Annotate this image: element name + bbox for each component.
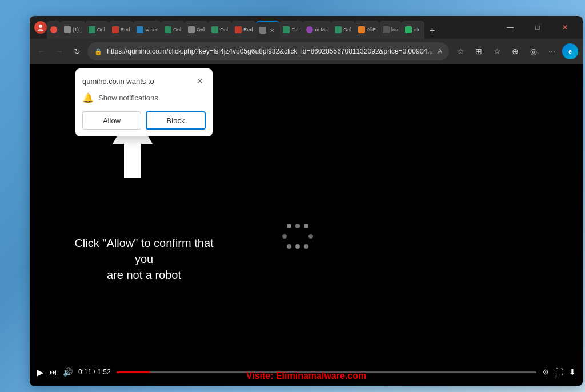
close-button[interactable]: ✕	[552, 18, 578, 37]
popup-header: qumiho.co.in wants to ✕	[82, 75, 206, 87]
maximize-button[interactable]: □	[524, 18, 551, 37]
address-bar[interactable]: 🔒 https://qumiho.co.in/click.php?key=lsi…	[87, 42, 449, 60]
title-bar: (1) | Onl Red w ser Onl Onl	[30, 16, 583, 39]
popup-close-button[interactable]: ✕	[194, 75, 206, 87]
tab-1[interactable]: (1) |	[61, 21, 85, 39]
allow-button[interactable]: Allow	[82, 111, 141, 130]
new-tab-button[interactable]: +	[424, 23, 440, 39]
tab-5[interactable]: Onl	[161, 21, 185, 39]
reading-icon[interactable]: ☆	[489, 43, 505, 59]
progress-fill	[117, 371, 150, 373]
svg-point-0	[39, 25, 42, 28]
forward-button[interactable]: →	[52, 43, 66, 59]
tab-7[interactable]: Onl	[208, 21, 231, 39]
tab-3[interactable]: Red	[109, 21, 134, 39]
tab-close-icon[interactable]: ✕	[268, 26, 276, 34]
profile-icon[interactable]	[34, 21, 47, 34]
video-player: Click "Allow" to confirm that you are no…	[30, 64, 583, 386]
tab-8[interactable]: Red	[231, 21, 257, 39]
sidebar-icon[interactable]: ⊞	[471, 43, 487, 59]
tab-6[interactable]: Onl	[185, 21, 208, 39]
time-display: 0:11 / 1:52	[78, 368, 111, 376]
loading-spinner	[275, 218, 321, 264]
play-button[interactable]: ▶	[37, 367, 43, 378]
tab-4[interactable]: w ser	[133, 21, 161, 39]
tab-14[interactable]: eto	[402, 21, 424, 39]
title-bar-left	[34, 21, 47, 34]
extensions-icon[interactable]: ◎	[526, 43, 542, 59]
collections-icon[interactable]: ⊕	[507, 43, 523, 59]
popup-title: qumiho.co.in wants to	[82, 77, 154, 86]
tab-13[interactable]: lou	[379, 21, 402, 39]
tab-0[interactable]	[47, 21, 61, 39]
window-controls: — □ ✕	[497, 18, 578, 37]
notification-row: 🔔 Show notifications	[82, 92, 206, 103]
tab-11[interactable]: Onl	[331, 21, 355, 39]
lock-icon: 🔒	[94, 48, 102, 55]
tab-12[interactable]: AliE	[355, 21, 379, 39]
translate-icon[interactable]: A	[438, 47, 442, 55]
tab-10[interactable]: m Ma	[303, 21, 331, 39]
block-button[interactable]: Block	[146, 111, 206, 130]
tab-9[interactable]: Onl	[279, 21, 303, 39]
navigation-bar: ← → ↻ 🔒 https://qumiho.co.in/click.php?k…	[30, 39, 583, 64]
settings-button[interactable]: ⚙	[542, 367, 550, 377]
content-area: Click "Allow" to confirm that you are no…	[30, 64, 583, 386]
favorites-icon[interactable]: ☆	[452, 43, 468, 59]
watermark: Visite: Eliminamalware.com	[246, 371, 366, 381]
profile-button[interactable]: e	[562, 43, 578, 59]
more-button[interactable]: ···	[544, 43, 560, 59]
instruction-text: Click "Allow" to confirm that you are no…	[64, 235, 224, 283]
next-button[interactable]: ⏭	[49, 367, 57, 377]
tabs-container: (1) | Onl Red w ser Onl Onl	[47, 16, 492, 39]
back-button[interactable]: ←	[34, 43, 49, 59]
refresh-button[interactable]: ↻	[70, 43, 84, 59]
notification-label: Show notifications	[98, 94, 158, 102]
tab-2[interactable]: Onl	[85, 21, 109, 39]
tab-active[interactable]: ✕	[256, 21, 279, 39]
svg-point-1	[38, 29, 43, 31]
fullscreen-button[interactable]: ⛶	[555, 367, 563, 377]
popup-buttons: Allow Block	[82, 111, 206, 130]
right-controls: ⚙ ⛶ ⬇	[542, 367, 576, 377]
permission-popup: qumiho.co.in wants to ✕ 🔔 Show notificat…	[75, 68, 213, 136]
bell-icon: 🔔	[82, 92, 94, 103]
download-button[interactable]: ⬇	[569, 367, 576, 377]
browser-window: (1) | Onl Red w ser Onl Onl	[30, 16, 583, 386]
volume-button[interactable]: 🔊	[63, 367, 73, 377]
nav-right-icons: ☆ ⊞ ☆ ⊕ ◎ ··· e	[452, 43, 578, 59]
minimize-button[interactable]: —	[497, 18, 523, 37]
url-text: https://qumiho.co.in/click.php?key=lsi4j…	[107, 47, 433, 55]
